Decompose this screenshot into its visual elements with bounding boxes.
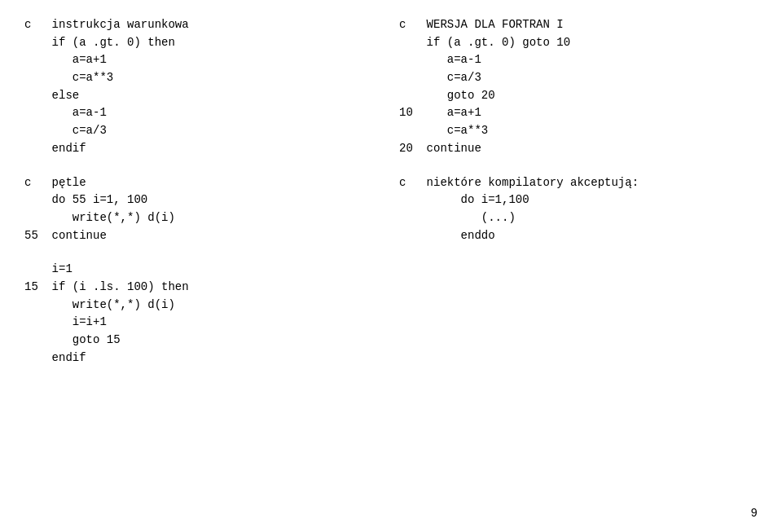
left-middle-code-block: c pętle do 55 i=1, 100 write(*,*) d(i) 5…: [24, 174, 391, 245]
left-bottom-code-block: i=1 15 if (i .ls. 100) then write(*,*) d…: [24, 261, 391, 367]
right-bottom-placeholder: [391, 261, 758, 367]
right-top-code-block: c WERSJA DLA FORTRAN I if (a .gt. 0) got…: [391, 16, 758, 158]
page-number: 9: [751, 507, 758, 520]
left-top-code-block: c instrukcja warunkowa if (a .gt. 0) the…: [24, 16, 391, 158]
right-middle-code-block: c niektóre kompilatory akceptują: do i=1…: [391, 174, 758, 245]
